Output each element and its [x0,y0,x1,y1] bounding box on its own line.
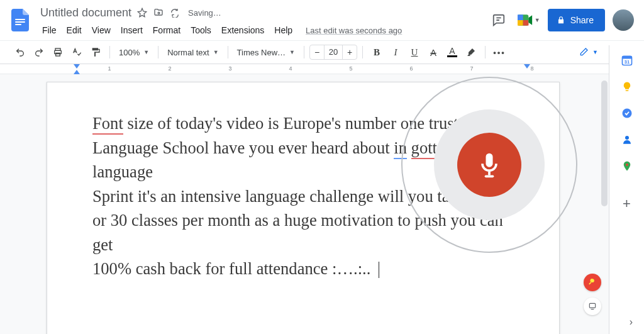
share-button[interactable]: Share [548,9,605,31]
svg-rect-10 [589,303,595,308]
last-edit-link[interactable]: Last edit was seconds ago [306,26,402,35]
paint-format-icon[interactable] [87,43,104,61]
undo-icon[interactable] [11,43,29,61]
font-size-plus[interactable]: + [343,45,357,59]
svg-rect-6 [523,20,528,26]
zoom-dropdown[interactable]: 100%▼ [115,43,153,61]
toolbar: 100%▼ Normal text▼ Times New…▼ − 20 + B … [0,40,644,64]
tasks-icon[interactable] [621,107,633,120]
font-size-value[interactable]: 20 [324,45,343,59]
menu-help[interactable]: Help [270,23,297,38]
move-icon[interactable] [153,7,164,18]
font-size-minus[interactable]: − [310,45,324,59]
ruler[interactable]: 1 2 3 4 5 6 7 8 [0,64,609,74]
explore-badge-icon[interactable] [584,274,601,291]
highlight-icon[interactable] [462,43,480,61]
spellcheck-icon[interactable] [68,43,86,61]
docs-logo[interactable] [8,8,33,33]
document-page[interactable]: Font size of today's video is Europe's n… [47,82,560,334]
keep-icon[interactable] [621,81,633,93]
editing-mode-dropdown[interactable]: ▼ [575,43,602,61]
doc-title[interactable]: Untitled document [40,6,131,19]
svg-text:31: 31 [624,59,629,65]
menu-extensions[interactable]: Extensions [217,23,269,38]
mic-icon [475,151,503,179]
svg-rect-0 [15,19,25,20]
style-dropdown[interactable]: Normal text▼ [164,43,222,61]
text-cursor [379,262,379,278]
menu-file[interactable]: File [38,23,61,38]
side-panel: 31 + › [609,45,644,334]
scrollbar[interactable] [601,81,608,206]
app-header: Untitled document Saving… File Edit View… [0,0,644,40]
italic-icon[interactable]: I [387,43,404,61]
redo-icon[interactable] [30,43,48,61]
addons-plus-icon[interactable]: + [621,198,633,210]
font-dropdown[interactable]: Times New…▼ [233,43,299,61]
svg-rect-2 [15,24,21,25]
comments-icon[interactable] [487,9,510,31]
svg-rect-12 [485,175,494,178]
star-icon[interactable] [136,7,148,18]
document-workspace: 1 2 3 4 5 6 7 8 Font size of today's vid… [0,64,609,334]
text-color-icon[interactable]: A [443,43,461,61]
maps-icon[interactable] [621,160,633,172]
svg-rect-14 [622,56,631,58]
collapse-side-panel-icon[interactable]: › [630,316,633,328]
contacts-icon[interactable] [621,133,633,146]
font-size-control: − 20 + [309,45,357,60]
strikethrough-icon[interactable]: A [425,43,442,61]
menu-insert[interactable]: Insert [116,23,147,38]
document-body[interactable]: Font size of today's video is Europe's n… [92,111,514,281]
menu-tools[interactable]: Tools [186,23,216,38]
bold-icon[interactable]: B [368,43,386,61]
meet-icon[interactable]: ▼ [518,9,540,31]
cloud-sync-icon [169,7,180,18]
menu-bar: File Edit View Insert Format Tools Exten… [36,21,487,39]
share-label: Share [570,15,594,25]
svg-rect-4 [518,14,523,20]
account-avatar[interactable] [613,9,634,31]
menu-edit[interactable]: Edit [62,23,86,38]
svg-rect-11 [488,172,491,175]
calendar-icon[interactable]: 31 [621,54,633,67]
menu-view[interactable]: View [87,23,115,38]
underline-icon[interactable]: U [406,43,423,61]
more-icon[interactable]: ••• [491,43,508,61]
print-icon[interactable] [49,43,67,61]
svg-rect-5 [518,20,523,26]
feedback-badge-icon[interactable] [584,298,601,315]
menu-format[interactable]: Format [148,23,185,38]
svg-point-18 [626,164,628,166]
svg-point-17 [625,136,629,140]
voice-mic-button[interactable] [457,133,521,197]
svg-rect-1 [15,21,25,23]
saving-status: Saving… [188,8,221,18]
